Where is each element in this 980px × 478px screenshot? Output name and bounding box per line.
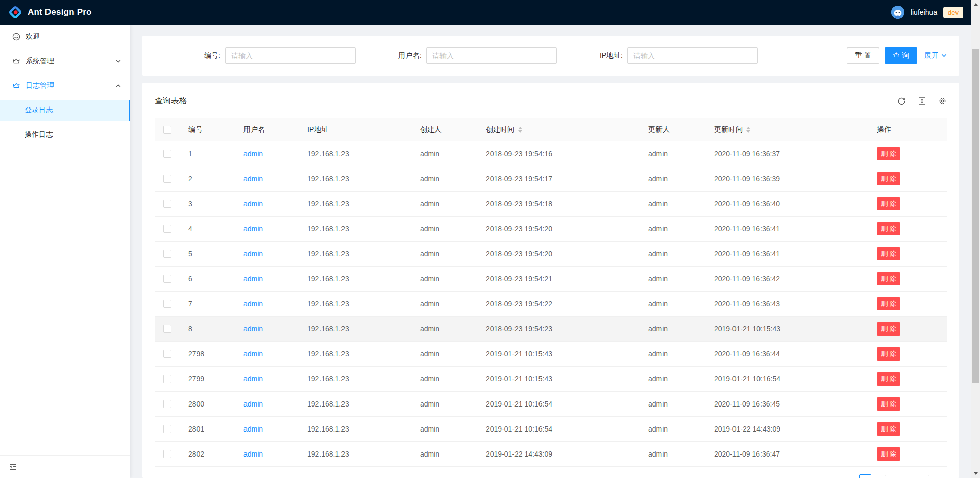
query-button[interactable]: 查 询 — [885, 47, 917, 64]
delete-button[interactable]: 删 除 — [877, 147, 900, 160]
delete-button[interactable]: 删 除 — [877, 447, 900, 461]
username-input[interactable] — [426, 47, 557, 64]
delete-button[interactable]: 删 除 — [877, 397, 900, 411]
ip-input[interactable] — [627, 47, 758, 64]
settings-gear-icon[interactable] — [938, 97, 947, 105]
row-checkbox[interactable] — [163, 425, 172, 433]
row-checkbox[interactable] — [163, 350, 172, 358]
cell-id: 2801 — [180, 416, 235, 441]
row-checkbox[interactable] — [163, 275, 172, 283]
username-link[interactable]: admin — [243, 350, 263, 358]
delete-button[interactable]: 删 除 — [877, 197, 900, 210]
delete-button[interactable]: 删 除 — [877, 172, 900, 185]
cell-updater: admin — [640, 366, 706, 391]
cell-ip: 192.168.1.23 — [299, 366, 412, 391]
cell-updated-time: 2020-11-09 16:36:41 — [706, 216, 869, 241]
cell-updated-time: 2020-11-09 16:36:41 — [706, 241, 869, 266]
username-link[interactable]: admin — [243, 225, 263, 233]
scrollbar-up-arrow[interactable] — [971, 0, 980, 9]
cell-ip: 192.168.1.23 — [299, 291, 412, 316]
username-link[interactable]: admin — [243, 325, 263, 333]
row-checkbox[interactable] — [163, 450, 172, 458]
delete-button[interactable]: 删 除 — [877, 322, 900, 336]
cell-created-time: 2019-01-22 14:43:09 — [478, 441, 640, 466]
pagination-page-1-button[interactable] — [859, 474, 871, 478]
username-link[interactable]: admin — [243, 300, 263, 308]
username-link[interactable]: admin — [243, 250, 263, 258]
delete-button[interactable]: 删 除 — [877, 247, 900, 260]
cell-updater: admin — [640, 416, 706, 441]
sidebar-item-system-management[interactable]: 系统管理 — [0, 51, 130, 71]
sidebar: 欢迎 系统管理 日志管理 — [0, 25, 130, 478]
username-link[interactable]: admin — [243, 200, 263, 208]
pagination-size-select[interactable] — [885, 475, 929, 478]
delete-button[interactable]: 删 除 — [877, 347, 900, 361]
row-checkbox[interactable] — [163, 325, 172, 333]
username-link[interactable]: admin — [243, 275, 263, 283]
column-header-updater: 更新人 — [640, 118, 706, 141]
scrollbar-down-arrow[interactable] — [971, 469, 980, 478]
column-height-icon[interactable] — [918, 97, 926, 105]
ant-design-logo-icon — [8, 5, 22, 19]
table-row: 5 admin 192.168.1.23 admin 2018-09-23 19… — [155, 241, 947, 266]
username-link[interactable]: admin — [243, 175, 263, 183]
username-link[interactable]: admin — [243, 400, 263, 408]
expand-link[interactable]: 展开 — [924, 51, 947, 60]
env-badge: dev — [943, 7, 963, 18]
id-input[interactable] — [225, 47, 356, 64]
row-checkbox[interactable] — [163, 250, 172, 258]
cell-updated-time: 2019-01-22 14:43:09 — [706, 416, 869, 441]
row-checkbox[interactable] — [163, 375, 172, 383]
user-menu[interactable]: liufeihua dev — [891, 6, 963, 19]
cell-creator: admin — [412, 216, 478, 241]
username-link[interactable]: admin — [243, 150, 263, 158]
cell-updater: admin — [640, 316, 706, 341]
cell-updater: admin — [640, 341, 706, 366]
cell-created-time: 2019-01-21 10:15:43 — [478, 366, 640, 391]
sidebar-item-operation-log[interactable]: 操作日志 — [0, 125, 130, 145]
row-checkbox[interactable] — [163, 175, 172, 183]
menu-fold-icon[interactable] — [9, 462, 18, 471]
sidebar-item-welcome[interactable]: 欢迎 — [0, 27, 130, 47]
column-header-created-time[interactable]: 创建时间 — [478, 118, 640, 141]
sidebar-item-login-log[interactable]: 登录日志 — [0, 100, 130, 121]
reset-button[interactable]: 重 置 — [847, 47, 879, 64]
column-header-id: 编号 — [180, 118, 235, 141]
cell-updated-time: 2019-01-21 10:15:43 — [706, 316, 869, 341]
column-header-ip: IP地址 — [299, 118, 412, 141]
row-checkbox[interactable] — [163, 150, 172, 158]
app-title: Ant Design Pro — [28, 7, 92, 17]
sidebar-subitem-label: 登录日志 — [24, 106, 53, 115]
row-checkbox[interactable] — [163, 225, 172, 233]
delete-button[interactable]: 删 除 — [877, 372, 900, 386]
sort-carets-icon[interactable] — [746, 127, 750, 133]
sort-carets-icon[interactable] — [518, 127, 522, 133]
delete-button[interactable]: 删 除 — [877, 297, 900, 310]
cell-ip: 192.168.1.23 — [299, 241, 412, 266]
scrollbar-thumb[interactable] — [972, 49, 979, 383]
row-checkbox[interactable] — [163, 400, 172, 408]
username-link[interactable]: admin — [243, 450, 263, 458]
column-header-label: 创建时间 — [486, 125, 514, 134]
delete-button[interactable]: 删 除 — [877, 272, 900, 285]
cell-creator: admin — [412, 166, 478, 191]
row-checkbox[interactable] — [163, 200, 172, 208]
row-checkbox[interactable] — [163, 300, 172, 308]
table-row: 2801 admin 192.168.1.23 admin 2019-01-21… — [155, 416, 947, 441]
logo-area[interactable]: Ant Design Pro — [8, 5, 92, 19]
cell-id: 5 — [180, 241, 235, 266]
delete-button[interactable]: 删 除 — [877, 422, 900, 436]
cell-created-time: 2018-09-23 19:54:21 — [478, 266, 640, 291]
delete-button[interactable]: 删 除 — [877, 222, 900, 235]
cell-updated-time: 2020-11-09 16:36:43 — [706, 291, 869, 316]
column-header-updated-time[interactable]: 更新时间 — [706, 118, 869, 141]
scrollbar[interactable] — [971, 0, 980, 478]
cell-ip: 192.168.1.23 — [299, 216, 412, 241]
username-link[interactable]: admin — [243, 425, 263, 433]
reload-icon[interactable] — [897, 97, 906, 105]
sidebar-item-log-management[interactable]: 日志管理 — [0, 76, 130, 96]
select-all-checkbox[interactable] — [163, 126, 172, 134]
cell-updated-time: 2020-11-09 16:36:39 — [706, 166, 869, 191]
user-avatar[interactable] — [891, 6, 904, 19]
username-link[interactable]: admin — [243, 375, 263, 383]
